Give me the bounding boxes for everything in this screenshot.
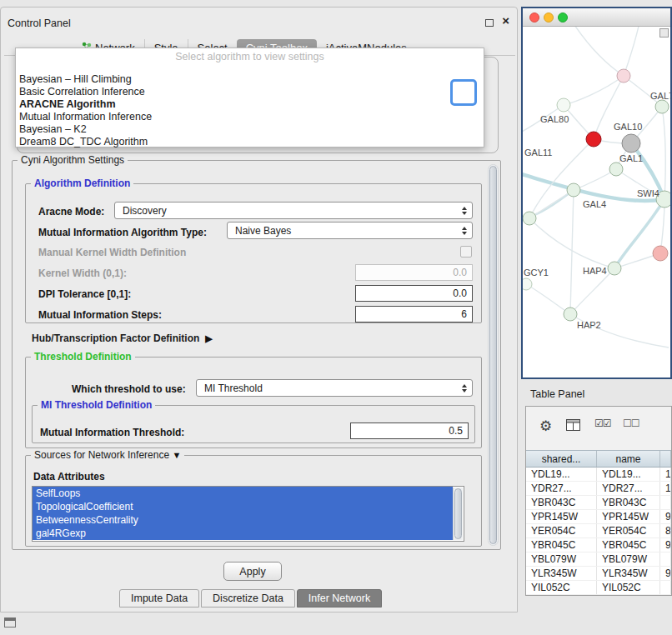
network-node[interactable]	[608, 262, 621, 275]
attributes-scrollbar[interactable]	[453, 488, 463, 540]
mi-type-select[interactable]: Naive Bayes	[227, 222, 473, 239]
network-node[interactable]	[617, 69, 630, 82]
focused-field[interactable]	[450, 79, 477, 106]
screen: Control Panel × Network Style Select Cyn…	[0, 0, 672, 635]
cell: YDL19...	[597, 468, 660, 481]
which-threshold-value: MI Threshold	[197, 382, 459, 394]
algorithm-option[interactable]: Bayesian – K2	[19, 123, 480, 136]
scrollbar-thumb[interactable]	[489, 166, 497, 544]
cell: YPR145W	[597, 510, 660, 523]
algorithm-option[interactable]: Bayesian – Hill Climbing	[19, 73, 480, 86]
close-icon[interactable]: ×	[502, 15, 509, 27]
mi-type-value: Naive Bayes	[228, 225, 459, 237]
scrollbar-thumb[interactable]	[454, 488, 462, 539]
which-threshold-select[interactable]: MI Threshold	[196, 379, 473, 397]
network-node[interactable]	[653, 246, 668, 261]
network-node[interactable]	[609, 162, 623, 176]
cell: YDR27...	[597, 482, 660, 495]
settings-scrollbar[interactable]	[488, 164, 499, 546]
aracne-mode-select[interactable]: Discovery	[114, 202, 473, 219]
algorithm-option[interactable]: Basic Correlation Inference	[19, 86, 480, 98]
aracne-mode-value: Discovery	[115, 205, 459, 217]
network-node[interactable]	[567, 183, 580, 197]
cell: YDL19...	[526, 468, 597, 481]
network-node[interactable]	[655, 100, 669, 113]
cell: 12	[660, 482, 671, 495]
group-title: Cyni Algorithm Settings	[18, 154, 128, 166]
table-row[interactable]: YER054C YER054C 8.	[526, 524, 671, 538]
network-node[interactable]	[523, 212, 536, 225]
attribute-item-selected[interactable]: TopologicalCoefficient	[33, 500, 453, 513]
table-row[interactable]: YBR045C YBR045C 9.	[526, 538, 671, 552]
group-title: Threshold Definition	[31, 351, 135, 362]
table-row[interactable]: YDR27... YDR27... 12	[526, 482, 671, 496]
group-title: MI Threshold Definition	[38, 399, 155, 411]
table-row[interactable]: YDL19... YDL19... 13	[526, 468, 671, 482]
minimize-traffic-light[interactable]	[544, 12, 554, 22]
cell	[660, 552, 671, 566]
table-row[interactable]: YBL079W YBL079W	[526, 552, 671, 567]
algorithm-list: Bayesian – Hill Climbing Basic Correlati…	[19, 73, 480, 148]
mi-threshold-label: Mutual Information Threshold:	[40, 427, 184, 438]
sources-group-title[interactable]: Sources for Network Inference ▼	[31, 449, 184, 461]
table-row[interactable]: YBR043C YBR043C	[526, 496, 671, 510]
hub-definition-label: Hub/Transcription Factor Definition	[32, 332, 199, 344]
network-node[interactable]	[564, 308, 577, 321]
sources-title-label: Sources for Network Inference	[34, 449, 169, 461]
network-node-selected[interactable]	[586, 132, 601, 147]
data-attributes-label: Data Attributes	[33, 471, 105, 482]
collapse-arrow-icon: ▼	[172, 450, 181, 460]
minimized-panel-icon[interactable]	[4, 618, 16, 628]
cell: YDR27...	[526, 482, 597, 495]
group-title: Algorithm Definition	[31, 178, 133, 189]
gear-icon[interactable]: ⚙	[539, 418, 552, 435]
table-panel-window: ⚙ ☑☑ ☐☐ shared... name YDL19... YDL19...…	[525, 406, 672, 596]
table-row[interactable]: YLR345W YLR345W 9.	[526, 567, 671, 581]
mi-threshold-input[interactable]: 0.5	[350, 422, 469, 439]
node-label: GAL1	[619, 153, 643, 163]
network-canvas[interactable]: GAL7 GAL80 GAL10 GAL11 GAL1 SWI4 GAL4 GC…	[523, 27, 670, 378]
tab-discretize-data[interactable]: Discretize Data	[201, 589, 295, 608]
deselect-all-checks-icon[interactable]: ☐☐	[623, 418, 639, 429]
node-label: HAP2	[577, 320, 601, 330]
network-window-titlebar[interactable]	[523, 8, 670, 27]
zoom-traffic-light[interactable]	[558, 12, 568, 22]
attribute-item-selected[interactable]: BetweennessCentrality	[33, 513, 453, 527]
node-label: SWI4	[637, 188, 659, 198]
column-header-shared-name[interactable]: shared...	[526, 451, 597, 467]
attribute-item-selected[interactable]: gal4RGexp	[33, 527, 453, 540]
cell: YER054C	[597, 524, 660, 538]
cell: YLR345W	[597, 567, 660, 580]
column-header-name[interactable]: name	[597, 451, 660, 467]
mi-steps-input[interactable]: 6	[355, 306, 473, 322]
algorithm-option[interactable]: Mutual Information Inference	[19, 111, 480, 123]
cell: 13	[660, 468, 671, 481]
cell: YBL079W	[526, 552, 597, 566]
node-label: GAL80	[540, 114, 569, 124]
attributes-list: SelfLoops TopologicalCoefficient Between…	[32, 486, 464, 542]
columns-icon[interactable]	[566, 419, 580, 433]
combo-stepper-icon	[459, 384, 472, 392]
algorithm-option-selected[interactable]: ARACNE Algorithm	[19, 98, 480, 111]
table-row[interactable]: YIL052C YIL052C	[526, 581, 671, 595]
network-node[interactable]	[523, 278, 532, 290]
network-node[interactable]	[557, 98, 570, 112]
hub-definition-expander[interactable]: Hub/Transcription Factor Definition ▶	[32, 332, 213, 344]
birdseye-toggle[interactable]	[659, 28, 669, 38]
node-label: GCY1	[524, 268, 549, 278]
dpi-tolerance-input[interactable]: 0.0	[355, 285, 473, 302]
tab-infer-network[interactable]: Infer Network	[297, 589, 382, 608]
algorithm-option[interactable]: Dream8 DC_TDC Algorithm	[19, 136, 480, 148]
aracne-mode-label: Aracne Mode:	[38, 206, 104, 218]
attribute-item-selected[interactable]: SelfLoops	[33, 487, 453, 500]
table-row[interactable]: YPR145W YPR145W 9.	[526, 510, 671, 524]
tab-impute-data[interactable]: Impute Data	[119, 589, 199, 608]
column-header[interactable]	[660, 451, 671, 467]
float-window-icon[interactable]	[485, 19, 494, 27]
select-all-checks-icon[interactable]: ☑☑	[594, 418, 611, 429]
close-traffic-light[interactable]	[529, 12, 539, 22]
network-node[interactable]	[622, 134, 640, 152]
apply-button[interactable]: Apply	[223, 562, 282, 581]
cell: YPR145W	[526, 510, 597, 523]
table-toolbar: ⚙ ☑☑ ☐☐	[526, 407, 671, 450]
